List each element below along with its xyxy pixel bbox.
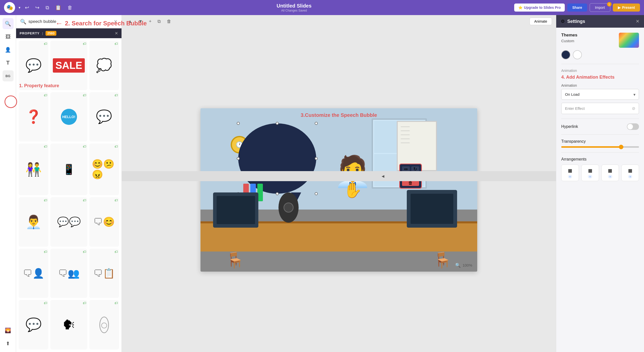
search-input[interactable] <box>28 19 112 24</box>
undo-button[interactable]: ↩ <box>23 3 31 12</box>
monitor-right <box>407 190 457 228</box>
swatch-white[interactable] <box>573 50 582 59</box>
panel-title: Settings <box>567 19 633 24</box>
icon-card-reactions[interactable]: 🏷 😊😕😠 <box>89 143 119 195</box>
bookmark-icon: 🏷 <box>83 198 86 202</box>
hyperlink-row: Hyperlink <box>561 123 639 130</box>
icon-card-speech-doc[interactable]: 🏷 🗨📋 <box>89 249 119 298</box>
sidebar-icon-person[interactable]: 👤 <box>3 44 14 55</box>
hyperlink-toggle[interactable] <box>627 123 639 130</box>
arr-btn-2[interactable]: ◼ + <box>581 165 599 181</box>
icon-card-speech-user[interactable]: 🏷 🗨👤 <box>19 249 48 298</box>
handle-top[interactable] <box>276 122 279 125</box>
slide-add-btn[interactable]: + <box>147 17 154 26</box>
icon-card-people[interactable]: 🏷 👫 <box>19 143 48 195</box>
redo-button[interactable]: ↪ <box>34 3 41 12</box>
sidebar-icon-text[interactable]: T <box>3 57 14 68</box>
sidebar-icon-slides[interactable]: 🖼 <box>3 31 14 42</box>
handle-topleft[interactable] <box>237 122 240 125</box>
search-panel: 🔍 ✕ PROPERTY | 2593 ✕ 🏷 💬 🏷 SALE 🏷 💭 🏷 ❓ <box>16 15 122 352</box>
icon-card-phone-speech[interactable]: 🏷 📱 <box>50 143 87 195</box>
panel-body: Themes Custom Animation 4. Add Animation… <box>556 28 644 352</box>
handle-bottomright[interactable] <box>315 192 318 195</box>
bookmark-icon: 🏷 <box>44 198 47 202</box>
divider3 <box>561 134 639 135</box>
present-button[interactable]: ▶ Present <box>613 4 640 12</box>
effect-clear-icon[interactable]: ⊘ <box>632 106 635 111</box>
zoom-level: 100% <box>463 263 472 267</box>
handle-left[interactable] <box>237 157 240 160</box>
search-bar: 🔍 ✕ <box>16 15 122 28</box>
app-logo[interactable]: 🎭 <box>4 2 15 13</box>
arr-btn-4[interactable]: ◼ + <box>621 165 639 181</box>
topbar: 🎭 ▾ ↩ ↪ ⧉ 📋 🗑 Untitled Slides All Change… <box>0 0 644 15</box>
monitor-left <box>213 192 258 228</box>
icon-card-speech-gray[interactable]: 🏷 💬💬 <box>50 197 87 247</box>
animation-select[interactable]: On Load <box>561 89 639 100</box>
scene-background: ───────────────────────── 🕐 ⇔ ↻ <box>200 108 477 272</box>
slide-delete-btn[interactable]: 🗑 <box>165 17 173 26</box>
right-panel: ⚙ Settings ✕ Themes Custom Animation 4. … <box>556 15 644 352</box>
themes-label: Themes <box>561 33 577 38</box>
panel-header: ⚙ Settings ✕ <box>556 15 644 28</box>
icon-card-speech-blue[interactable]: 🏷 💬 <box>89 92 119 142</box>
slide-nav-up[interactable]: ▲ <box>126 18 134 25</box>
slide-title-area: Untitled Slides All Changes Saved <box>77 3 511 12</box>
import-button[interactable]: Import 1 <box>590 3 610 12</box>
logo-dropdown[interactable]: ▾ <box>19 6 20 10</box>
slide-canvas[interactable]: ───────────────────────── 🕐 ⇔ ↻ <box>200 108 477 272</box>
sidebar-icon-bg[interactable]: BG <box>3 70 14 81</box>
slide-copy-btn[interactable]: ⧉ <box>155 17 163 26</box>
toggle-knob <box>627 124 633 129</box>
bookmark-icon: 🏷 <box>114 93 118 97</box>
arr-btn-3[interactable]: ◼ + <box>601 165 619 181</box>
scene-desk <box>200 221 477 252</box>
slide-nav-down[interactable]: ▼ <box>136 18 145 25</box>
icon-card-speech-chat[interactable]: 🏷 🗨😊 <box>89 197 119 247</box>
bookmark-icon: 🏷 <box>114 42 118 46</box>
search-clear-icon[interactable]: ✕ <box>114 19 117 24</box>
handle-topright[interactable] <box>315 122 318 125</box>
icon-card-speech-gray1[interactable]: 🏷 💬 <box>19 300 48 349</box>
icon-card-speech-hello[interactable]: 🏷 HELLO! <box>50 92 87 142</box>
swatch-dark[interactable] <box>561 50 570 59</box>
sidebar-icon-upload[interactable]: ⬆ <box>3 338 14 349</box>
arr-btn-1[interactable]: ◼ + <box>561 165 579 181</box>
duplicate-button[interactable]: ⧉ <box>44 3 51 12</box>
topbar-right: ⭐ Upgrade to Slides Pro Share Import 1 ▶… <box>514 3 640 12</box>
delete-button[interactable]: 🗑 <box>66 3 74 12</box>
icon-card-speech-question[interactable]: 🏷 ❓ <box>19 92 48 142</box>
animate-button[interactable]: Animate <box>530 18 552 25</box>
color-swatches <box>561 50 639 59</box>
zoom-out-icon[interactable]: 🔍 <box>455 263 461 268</box>
search-icon[interactable]: 🔍 <box>20 19 26 25</box>
enter-effect-row[interactable]: Enter Effect ⊘ <box>561 103 639 114</box>
handle-bottom[interactable] <box>276 192 279 195</box>
panel-close-icon[interactable]: ✕ <box>636 19 639 24</box>
share-button[interactable]: Share <box>567 4 587 12</box>
icon-card-speaker-person[interactable]: 🏷 🗣 <box>50 300 87 349</box>
icon-card-sale[interactable]: 🏷 SALE <box>50 41 87 90</box>
desk-speaker <box>278 192 299 223</box>
sidebar-icon-image[interactable]: 🌄 <box>3 325 14 336</box>
upgrade-button[interactable]: ⭐ Upgrade to Slides Pro <box>514 4 565 12</box>
copy-button[interactable]: 📋 <box>54 3 63 12</box>
bookmark-icon: 🏷 <box>83 144 86 148</box>
property-close-icon[interactable]: ✕ <box>115 31 118 36</box>
icon-card-speech-dots[interactable]: 🏷 💬 <box>19 41 48 90</box>
sidebar-icon-search[interactable]: 🔍 <box>3 18 14 29</box>
icon-card-speech-plain[interactable]: 🏷 💭 <box>89 41 119 90</box>
transparency-slider[interactable] <box>561 146 639 148</box>
handle-right[interactable] <box>315 157 318 160</box>
speech-bubble[interactable] <box>238 123 316 194</box>
settings-gear-icon: ⚙ <box>561 19 565 24</box>
theme-color-picker[interactable] <box>619 33 639 48</box>
icon-card-man-briefcase[interactable]: 🏷 👨‍💼 <box>19 197 48 247</box>
transparency-thumb[interactable] <box>619 145 623 149</box>
transparency-section: Transparency <box>561 139 639 148</box>
bookmark-icon: 🏷 <box>44 301 47 305</box>
icon-card-speech-gray2[interactable]: 🏷 ○ <box>89 300 119 349</box>
icon-card-speech-user2[interactable]: 🏷 🗨👥 <box>50 249 87 298</box>
slide-title: Untitled Slides <box>77 3 511 9</box>
ctx-btn-delete[interactable]: 🗑 <box>402 180 419 186</box>
